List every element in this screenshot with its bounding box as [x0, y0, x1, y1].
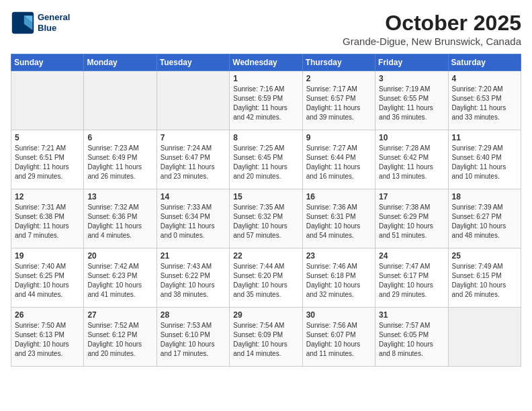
calendar-table: SundayMondayTuesdayWednesdayThursdayFrid… — [11, 54, 521, 367]
day-number: 31 — [379, 310, 444, 320]
day-detail: Sunrise: 7:46 AM Sunset: 6:18 PM Dayligh… — [306, 262, 371, 300]
calendar-cell: 31Sunrise: 7:57 AM Sunset: 6:05 PM Dayli… — [375, 308, 448, 367]
calendar-cell: 29Sunrise: 7:54 AM Sunset: 6:09 PM Dayli… — [230, 308, 302, 367]
day-detail: Sunrise: 7:33 AM Sunset: 6:34 PM Dayligh… — [161, 203, 226, 240]
calendar-cell: 11Sunrise: 7:29 AM Sunset: 6:40 PM Dayli… — [448, 130, 521, 189]
calendar-cell: 15Sunrise: 7:35 AM Sunset: 6:32 PM Dayli… — [230, 189, 302, 248]
calendar-cell: 7Sunrise: 7:24 AM Sunset: 6:47 PM Daylig… — [157, 130, 229, 189]
day-number: 20 — [87, 251, 152, 261]
day-number: 12 — [15, 192, 80, 201]
calendar-cell: 30Sunrise: 7:56 AM Sunset: 6:07 PM Dayli… — [302, 308, 375, 367]
day-number: 30 — [306, 310, 371, 320]
day-number: 1 — [233, 74, 298, 83]
logo: General Blue — [11, 11, 70, 35]
calendar-cell: 26Sunrise: 7:50 AM Sunset: 6:13 PM Dayli… — [11, 308, 84, 367]
day-number: 17 — [379, 192, 444, 201]
calendar-cell — [448, 308, 521, 367]
day-number: 8 — [233, 133, 298, 142]
calendar-cell: 16Sunrise: 7:36 AM Sunset: 6:31 PM Dayli… — [302, 189, 375, 248]
calendar-cell: 23Sunrise: 7:46 AM Sunset: 6:18 PM Dayli… — [302, 248, 375, 308]
calendar-cell: 22Sunrise: 7:44 AM Sunset: 6:20 PM Dayli… — [230, 248, 302, 308]
day-number: 27 — [87, 310, 152, 320]
day-number: 14 — [161, 192, 226, 201]
weekday-header-sunday: Sunday — [11, 54, 84, 71]
calendar-cell: 10Sunrise: 7:28 AM Sunset: 6:42 PM Dayli… — [375, 130, 448, 189]
weekday-header-saturday: Saturday — [448, 54, 521, 71]
calendar-week-row: 19Sunrise: 7:40 AM Sunset: 6:25 PM Dayli… — [11, 248, 521, 308]
day-detail: Sunrise: 7:47 AM Sunset: 6:17 PM Dayligh… — [379, 262, 444, 300]
day-detail: Sunrise: 7:52 AM Sunset: 6:12 PM Dayligh… — [87, 321, 152, 359]
day-number: 7 — [161, 133, 226, 142]
day-detail: Sunrise: 7:29 AM Sunset: 6:40 PM Dayligh… — [452, 144, 517, 181]
weekday-header-wednesday: Wednesday — [230, 54, 302, 71]
day-detail: Sunrise: 7:31 AM Sunset: 6:38 PM Dayligh… — [15, 203, 80, 240]
day-detail: Sunrise: 7:38 AM Sunset: 6:29 PM Dayligh… — [379, 203, 444, 240]
location-title: Grande-Digue, New Brunswick, Canada — [343, 36, 521, 47]
day-number: 11 — [452, 133, 517, 142]
calendar-cell: 9Sunrise: 7:27 AM Sunset: 6:44 PM Daylig… — [302, 130, 375, 189]
day-detail: Sunrise: 7:32 AM Sunset: 6:36 PM Dayligh… — [87, 203, 152, 240]
calendar-cell: 12Sunrise: 7:31 AM Sunset: 6:38 PM Dayli… — [11, 189, 84, 248]
day-detail: Sunrise: 7:43 AM Sunset: 6:22 PM Dayligh… — [161, 262, 226, 300]
weekday-header-thursday: Thursday — [302, 54, 375, 71]
day-detail: Sunrise: 7:23 AM Sunset: 6:49 PM Dayligh… — [87, 144, 152, 181]
day-detail: Sunrise: 7:57 AM Sunset: 6:05 PM Dayligh… — [379, 321, 444, 359]
calendar-cell — [157, 71, 229, 130]
day-detail: Sunrise: 7:40 AM Sunset: 6:25 PM Dayligh… — [15, 262, 80, 300]
weekday-header-row: SundayMondayTuesdayWednesdayThursdayFrid… — [11, 54, 521, 71]
calendar-cell: 28Sunrise: 7:53 AM Sunset: 6:10 PM Dayli… — [157, 308, 229, 367]
day-number: 21 — [161, 251, 226, 261]
day-number: 2 — [306, 74, 371, 83]
calendar-cell: 27Sunrise: 7:52 AM Sunset: 6:12 PM Dayli… — [84, 308, 157, 367]
day-detail: Sunrise: 7:56 AM Sunset: 6:07 PM Dayligh… — [306, 321, 371, 359]
day-number: 13 — [87, 192, 152, 201]
day-number: 24 — [379, 251, 444, 261]
day-number: 23 — [306, 251, 371, 261]
day-detail: Sunrise: 7:27 AM Sunset: 6:44 PM Dayligh… — [306, 144, 371, 181]
day-detail: Sunrise: 7:54 AM Sunset: 6:09 PM Dayligh… — [233, 321, 298, 359]
calendar-cell: 6Sunrise: 7:23 AM Sunset: 6:49 PM Daylig… — [84, 130, 157, 189]
calendar-cell: 20Sunrise: 7:42 AM Sunset: 6:23 PM Dayli… — [84, 248, 157, 308]
logo-icon — [11, 11, 35, 35]
day-number: 6 — [87, 133, 152, 142]
calendar-week-row: 26Sunrise: 7:50 AM Sunset: 6:13 PM Dayli… — [11, 308, 521, 367]
day-number: 19 — [15, 251, 80, 261]
calendar-cell: 2Sunrise: 7:17 AM Sunset: 6:57 PM Daylig… — [302, 71, 375, 130]
day-number: 4 — [452, 74, 517, 83]
day-detail: Sunrise: 7:17 AM Sunset: 6:57 PM Dayligh… — [306, 85, 371, 122]
day-detail: Sunrise: 7:21 AM Sunset: 6:51 PM Dayligh… — [15, 144, 80, 181]
day-number: 18 — [452, 192, 517, 201]
calendar-cell: 1Sunrise: 7:16 AM Sunset: 6:59 PM Daylig… — [230, 71, 302, 130]
day-detail: Sunrise: 7:36 AM Sunset: 6:31 PM Dayligh… — [306, 203, 371, 240]
day-detail: Sunrise: 7:42 AM Sunset: 6:23 PM Dayligh… — [87, 262, 152, 300]
day-number: 15 — [233, 192, 298, 201]
weekday-header-tuesday: Tuesday — [157, 54, 229, 71]
day-detail: Sunrise: 7:53 AM Sunset: 6:10 PM Dayligh… — [161, 321, 226, 359]
day-detail: Sunrise: 7:19 AM Sunset: 6:55 PM Dayligh… — [379, 85, 444, 122]
logo-text: General Blue — [38, 12, 70, 33]
weekday-header-friday: Friday — [375, 54, 448, 71]
day-number: 22 — [233, 251, 298, 261]
weekday-header-monday: Monday — [84, 54, 157, 71]
calendar-cell — [11, 71, 84, 130]
title-block: October 2025 Grande-Digue, New Brunswick… — [343, 11, 521, 47]
calendar-cell: 3Sunrise: 7:19 AM Sunset: 6:55 PM Daylig… — [375, 71, 448, 130]
page-header: General Blue October 2025 Grande-Digue, … — [11, 11, 521, 47]
calendar-cell: 14Sunrise: 7:33 AM Sunset: 6:34 PM Dayli… — [157, 189, 229, 248]
calendar-cell: 13Sunrise: 7:32 AM Sunset: 6:36 PM Dayli… — [84, 189, 157, 248]
day-number: 16 — [306, 192, 371, 201]
day-number: 5 — [15, 133, 80, 142]
calendar-cell — [84, 71, 157, 130]
day-detail: Sunrise: 7:49 AM Sunset: 6:15 PM Dayligh… — [452, 262, 517, 300]
day-number: 10 — [379, 133, 444, 142]
calendar-cell: 8Sunrise: 7:25 AM Sunset: 6:45 PM Daylig… — [230, 130, 302, 189]
day-detail: Sunrise: 7:44 AM Sunset: 6:20 PM Dayligh… — [233, 262, 298, 300]
calendar-week-row: 12Sunrise: 7:31 AM Sunset: 6:38 PM Dayli… — [11, 189, 521, 248]
calendar-cell: 4Sunrise: 7:20 AM Sunset: 6:53 PM Daylig… — [448, 71, 521, 130]
day-detail: Sunrise: 7:20 AM Sunset: 6:53 PM Dayligh… — [452, 85, 517, 122]
day-number: 28 — [161, 310, 226, 320]
day-number: 26 — [15, 310, 80, 320]
calendar-cell: 24Sunrise: 7:47 AM Sunset: 6:17 PM Dayli… — [375, 248, 448, 308]
day-detail: Sunrise: 7:24 AM Sunset: 6:47 PM Dayligh… — [161, 144, 226, 181]
day-detail: Sunrise: 7:16 AM Sunset: 6:59 PM Dayligh… — [233, 85, 298, 122]
